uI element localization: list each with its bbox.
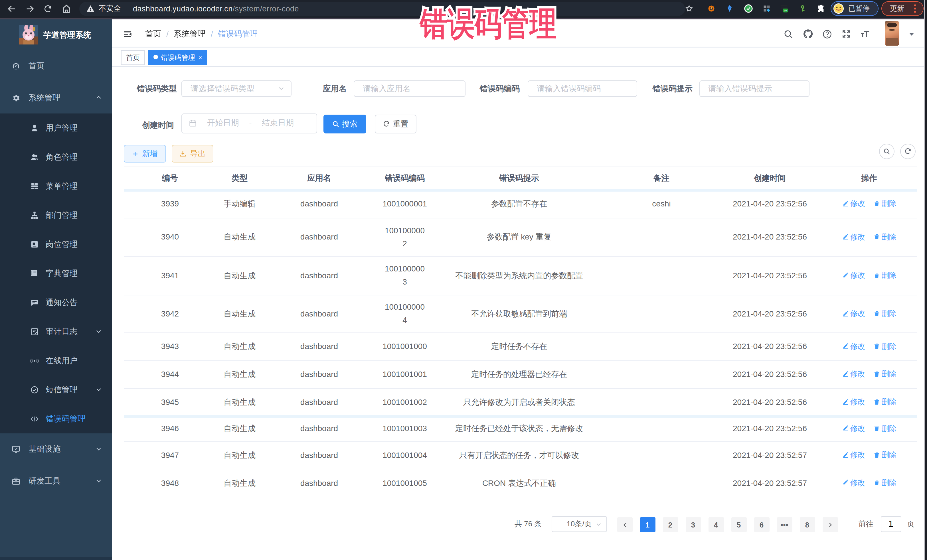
svg-text:on: on xyxy=(784,9,787,12)
